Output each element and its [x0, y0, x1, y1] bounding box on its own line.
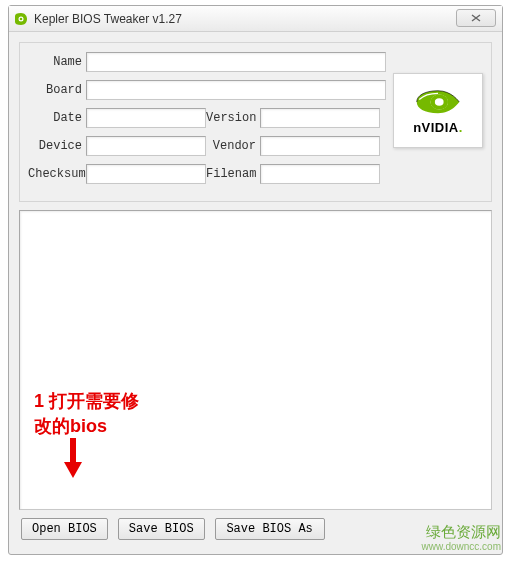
- annotation-text: 1 打开需要修 改的bios: [34, 389, 139, 439]
- window-title: Kepler BIOS Tweaker v1.27: [34, 12, 182, 26]
- device-label: Device: [28, 139, 86, 153]
- filename-label: Filenam: [206, 167, 260, 181]
- vendor-label: Vendor: [206, 139, 260, 153]
- svg-point-3: [435, 98, 444, 106]
- nvidia-brand-text: nVIDIA.: [413, 120, 463, 135]
- name-label: Name: [28, 55, 86, 69]
- app-window: Kepler BIOS Tweaker v1.27 Name Board Dat…: [8, 5, 503, 555]
- version-label: Version: [206, 111, 260, 125]
- board-label: Board: [28, 83, 86, 97]
- checksum-field: [86, 164, 206, 184]
- svg-point-1: [20, 17, 23, 20]
- main-tab-area: 1 打开需要修 改的bios: [19, 210, 492, 510]
- svg-rect-4: [70, 438, 76, 464]
- close-button[interactable]: [456, 9, 496, 27]
- save-bios-button[interactable]: Save BIOS: [118, 518, 205, 540]
- name-field: [86, 52, 386, 72]
- annotation-arrow-icon: [62, 438, 84, 481]
- nvidia-logo: nVIDIA.: [393, 73, 483, 148]
- checksum-label: Checksum: [28, 167, 86, 181]
- titlebar[interactable]: Kepler BIOS Tweaker v1.27: [9, 6, 502, 32]
- board-field: [86, 80, 386, 100]
- date-field: [86, 108, 206, 128]
- content-area: Name Board Date Version Device Vendor Ch…: [9, 32, 502, 550]
- date-label: Date: [28, 111, 86, 125]
- info-panel: Name Board Date Version Device Vendor Ch…: [19, 42, 492, 202]
- device-field: [86, 136, 206, 156]
- nvidia-eye-icon: [413, 86, 463, 118]
- app-icon: [13, 11, 29, 27]
- button-bar: Open BIOS Save BIOS Save BIOS As: [19, 518, 492, 540]
- version-field: [260, 108, 380, 128]
- filename-field: [260, 164, 380, 184]
- vendor-field: [260, 136, 380, 156]
- save-bios-as-button[interactable]: Save BIOS As: [215, 518, 325, 540]
- open-bios-button[interactable]: Open BIOS: [21, 518, 108, 540]
